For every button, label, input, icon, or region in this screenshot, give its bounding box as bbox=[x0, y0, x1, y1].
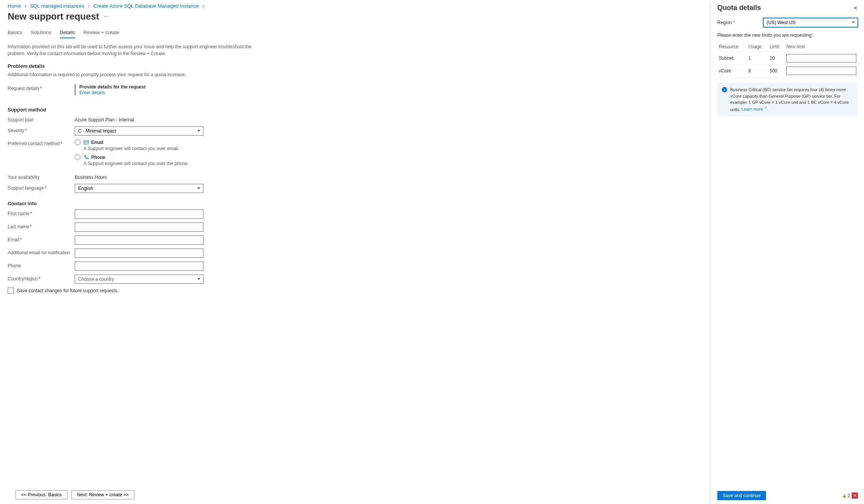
info-icon: i bbox=[722, 87, 727, 92]
learn-more-link[interactable]: Learn more ↗ bbox=[741, 107, 767, 111]
chevron-right-icon: › bbox=[25, 3, 26, 9]
warning-badge[interactable]: ▲ 2 bbox=[841, 493, 850, 499]
cell-limit: 500 bbox=[768, 65, 785, 77]
tab-review[interactable]: Review + create bbox=[84, 27, 120, 38]
error-icon[interactable]: ✕ bbox=[852, 493, 858, 499]
panel-hint: Please enter the new limits you are requ… bbox=[717, 33, 858, 38]
chevron-right-icon: › bbox=[202, 3, 204, 9]
save-contact-label: Save contact changes for future support … bbox=[17, 288, 119, 293]
tab-basics[interactable]: Basics bbox=[8, 27, 22, 38]
previous-button[interactable]: << Previous: Basics bbox=[15, 490, 67, 499]
breadcrumb: Home › SQL managed instances › Create Az… bbox=[8, 3, 703, 9]
table-row: vCore 8 500 bbox=[717, 65, 858, 77]
phone-field-label: Phone bbox=[8, 262, 75, 268]
warning-icon: ▲ bbox=[841, 493, 847, 499]
tab-info-text: Information provided on this tab will be… bbox=[8, 43, 253, 57]
phone-label: Phone bbox=[91, 155, 105, 160]
external-link-icon: ↗ bbox=[764, 106, 767, 110]
problem-details-heading: Problem details bbox=[8, 63, 703, 69]
email-desc: A Support engineer will contact you over… bbox=[84, 146, 703, 151]
first-name-input[interactable] bbox=[75, 209, 203, 219]
last-name-label: Last name* bbox=[8, 223, 75, 229]
email-radio[interactable] bbox=[75, 139, 80, 145]
request-details-label: Request details* bbox=[8, 84, 75, 91]
newlimit-vcore-input[interactable] bbox=[786, 67, 856, 75]
quota-table: Resource Usage Limit New limit Subnet 1 … bbox=[717, 42, 858, 77]
support-method-heading: Support method bbox=[8, 107, 703, 113]
table-row: Subnet 1 10 bbox=[717, 52, 858, 65]
enter-details-link[interactable]: Enter details bbox=[79, 90, 105, 95]
info-box: i Business Critical (BC) service tier re… bbox=[717, 83, 858, 116]
cell-resource: Subnet bbox=[717, 52, 747, 65]
warning-count: 2 bbox=[848, 493, 850, 498]
next-button[interactable]: Next: Review + create >> bbox=[71, 490, 134, 499]
phone-radio[interactable] bbox=[75, 154, 80, 160]
col-usage: Usage bbox=[747, 42, 768, 52]
region-select[interactable]: (US) West US bbox=[763, 18, 858, 27]
support-language-label: Support language* bbox=[8, 184, 75, 191]
breadcrumb-home[interactable]: Home bbox=[8, 3, 21, 9]
first-name-label: First name* bbox=[8, 209, 75, 216]
phone-icon bbox=[84, 155, 89, 160]
page-title: New support request bbox=[8, 11, 99, 22]
quota-details-panel: Quota details ✕ Region * (US) West US Pl… bbox=[711, 0, 864, 504]
severity-select[interactable]: C - Minimal impact bbox=[75, 126, 203, 136]
newlimit-subnet-input[interactable] bbox=[786, 54, 856, 62]
col-newlimit: New limit bbox=[785, 42, 858, 52]
mail-icon bbox=[84, 140, 89, 145]
panel-title: Quota details bbox=[717, 4, 761, 12]
email-label: Email bbox=[91, 140, 103, 145]
email-input[interactable] bbox=[75, 236, 203, 245]
cell-usage: 1 bbox=[747, 52, 768, 65]
col-resource: Resource bbox=[717, 42, 747, 52]
region-label: Region * bbox=[717, 20, 763, 25]
cell-limit: 10 bbox=[768, 52, 785, 65]
cell-resource: vCore bbox=[717, 65, 747, 77]
country-label: Country/region* bbox=[8, 275, 75, 281]
col-limit: Limit bbox=[768, 42, 785, 52]
breadcrumb-sql-mi[interactable]: SQL managed instances bbox=[30, 3, 84, 9]
phone-input[interactable] bbox=[75, 262, 203, 271]
phone-desc: A Support engineer will contact you over… bbox=[84, 161, 703, 166]
tab-solutions[interactable]: Solutions bbox=[31, 27, 51, 38]
tabs: Basics Solutions Details Review + create bbox=[8, 27, 703, 39]
save-contact-checkbox[interactable] bbox=[8, 288, 14, 294]
svg-rect-0 bbox=[84, 141, 89, 144]
additional-email-label: Additional email for notification bbox=[8, 249, 75, 255]
support-plan-value: Azure Support Plan - Internal bbox=[75, 116, 703, 123]
tab-details[interactable]: Details bbox=[60, 27, 75, 38]
additional-email-input[interactable] bbox=[75, 249, 203, 258]
support-plan-label: Support plan bbox=[8, 116, 75, 123]
support-language-select[interactable]: English bbox=[75, 184, 203, 193]
chevron-right-icon: › bbox=[88, 3, 90, 9]
country-select[interactable]: Choose a country bbox=[75, 275, 203, 284]
cell-usage: 8 bbox=[747, 65, 768, 77]
contact-info-heading: Contact info bbox=[8, 201, 703, 206]
availability-label: Your availability bbox=[8, 173, 75, 180]
problem-sub-text: Additional information is required to pr… bbox=[8, 72, 703, 77]
breadcrumb-create[interactable]: Create Azure SQL Database Managed Instan… bbox=[93, 3, 199, 9]
contact-method-label: Preferred contact method* bbox=[8, 139, 75, 146]
more-icon[interactable]: ··· bbox=[104, 13, 109, 20]
save-and-continue-button[interactable]: Save and continue bbox=[717, 491, 766, 500]
availability-value: Business Hours bbox=[75, 173, 703, 180]
email-label: Email* bbox=[8, 236, 75, 242]
close-icon[interactable]: ✕ bbox=[853, 5, 858, 11]
severity-label: Severity* bbox=[8, 126, 75, 133]
provide-details-text: Provide details for the request bbox=[79, 84, 703, 90]
last-name-input[interactable] bbox=[75, 223, 203, 232]
